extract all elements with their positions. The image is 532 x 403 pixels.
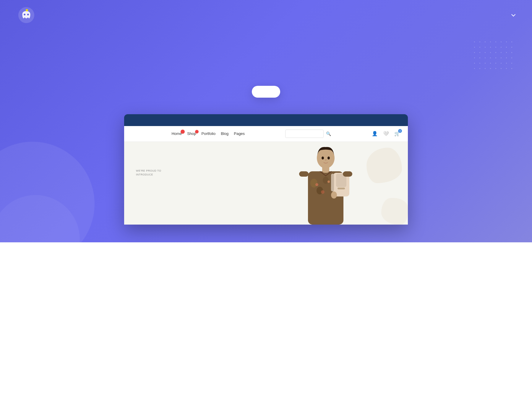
svg-point-9 (315, 183, 318, 186)
user-icon[interactable]: 👤 (371, 130, 378, 137)
inner-hero-title (136, 179, 231, 198)
inner-search-input[interactable] (285, 130, 324, 138)
inner-nav-shop[interactable]: Shop (187, 131, 196, 136)
cart-icon[interactable]: 🛒 3 (394, 130, 401, 137)
svg-point-16 (327, 157, 330, 159)
cta-button[interactable] (252, 86, 280, 98)
inner-search: 🔍 (285, 130, 331, 138)
inner-nav: Home Shop Portfolio Blog Pages 🔍 👤 🤍 (124, 126, 408, 142)
announcement-bar (124, 114, 408, 126)
blob-decoration-2 (381, 198, 408, 225)
main-nav (457, 14, 514, 17)
svg-point-2 (27, 14, 29, 15)
logo[interactable] (18, 7, 38, 24)
svg-point-3 (26, 9, 28, 12)
svg-point-10 (327, 180, 330, 183)
search-icon[interactable]: 🔍 (326, 131, 331, 136)
svg-rect-21 (299, 171, 309, 177)
nav-item-help[interactable] (510, 14, 514, 17)
inner-hero: WE'RE PROUD TOINTRODUCE (124, 142, 408, 225)
svg-point-5 (310, 179, 317, 188)
inner-nav-blog[interactable]: Blog (221, 131, 228, 136)
svg-point-23 (331, 191, 337, 199)
hero-section: const dp = document.querySelector('.dots… (0, 0, 532, 242)
browser-mockup: Home Shop Portfolio Blog Pages 🔍 👤 🤍 (124, 114, 408, 225)
inner-hero-content: WE'RE PROUD TOINTRODUCE (124, 142, 243, 225)
svg-rect-20 (338, 188, 345, 189)
inner-nav-portfolio[interactable]: Portfolio (202, 131, 216, 136)
svg-point-6 (323, 177, 329, 184)
chevron-down-icon (511, 12, 515, 17)
logo-icon (18, 7, 35, 24)
dots-decoration: const dp = document.querySelector('.dots… (474, 41, 514, 71)
svg-point-11 (321, 190, 325, 194)
inner-hero-image (243, 142, 408, 225)
site-header (0, 0, 532, 30)
svg-rect-19 (331, 174, 334, 191)
inner-nav-icons: 👤 🤍 🛒 3 (371, 130, 401, 137)
home-badge (181, 130, 185, 134)
wishlist-icon[interactable]: 🤍 (382, 130, 390, 137)
person-illustration (281, 142, 370, 225)
inner-hero-eyebrow: WE'RE PROUD TOINTRODUCE (136, 169, 231, 176)
svg-point-15 (322, 157, 324, 159)
shop-badge (195, 130, 199, 133)
svg-point-1 (24, 14, 25, 15)
svg-rect-22 (343, 171, 352, 177)
blob-decoration-1 (366, 148, 402, 183)
cart-count-badge: 3 (398, 129, 402, 133)
inner-nav-home[interactable]: Home (171, 131, 182, 136)
inner-nav-pages[interactable]: Pages (234, 131, 245, 136)
